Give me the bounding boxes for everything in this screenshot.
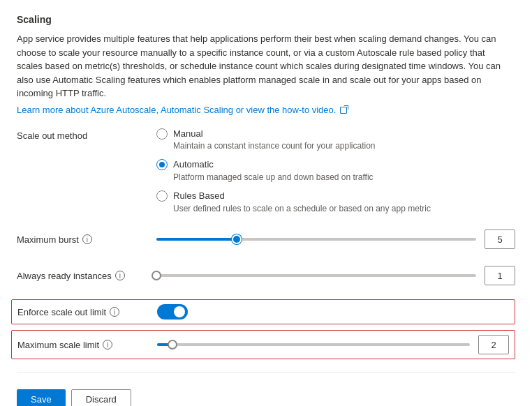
maximum-burst-row: Maximum burst i 5 [17,227,515,252]
always-ready-info-icon[interactable]: i [115,271,125,280]
maximum-scale-limit-content: 2 [157,335,509,354]
radio-manual-subtitle: Maintain a constant instance count for y… [173,140,376,152]
maximum-burst-content: 5 [156,230,515,249]
enforce-scale-info-icon[interactable]: i [110,307,119,317]
radio-option-manual[interactable]: Manual Maintain a constant instance coun… [156,128,431,152]
maximum-burst-slider[interactable] [156,238,476,241]
maximum-burst-label: Maximum burst i [17,234,156,245]
radio-option-automatic[interactable]: Automatic Platform managed scale up and … [156,158,431,183]
maximum-scale-limit-value: 2 [478,335,509,354]
toggle-thumb [174,306,185,317]
divider [17,372,515,373]
discard-button[interactable]: Discard [71,389,131,406]
radio-manual-title: Manual [173,128,376,140]
external-link-icon [340,107,347,114]
maximum-scale-info-icon[interactable]: i [103,340,112,349]
radio-rules-based[interactable] [156,190,168,202]
learn-more-link[interactable]: Learn more about Azure Autoscale, Automa… [17,105,347,115]
enforce-scale-out-limit-row: Enforce scale out limit i [11,299,515,324]
always-ready-slider[interactable] [156,274,476,277]
button-row: Save Discard [17,389,515,406]
radio-automatic-title: Automatic [173,158,374,171]
radio-automatic-subtitle: Platform managed scale up and down based… [173,172,374,183]
always-ready-content: 1 [156,266,515,285]
page-title: Scaling [17,14,515,25]
enforce-scale-out-limit-label: Enforce scale out limit i [17,307,157,317]
radio-option-rules-based[interactable]: Rules Based User defined rules to scale … [156,190,431,214]
enforce-scale-out-content [157,304,509,319]
radio-manual[interactable] [156,128,168,140]
radio-automatic[interactable] [156,159,168,170]
description-text: App service provides multiple features t… [17,32,505,100]
maximum-burst-value: 5 [485,230,515,249]
maximum-scale-limit-row: Maximum scale limit i 2 [11,330,515,359]
radio-rules-based-subtitle: User defined rules to scale on a schedul… [173,203,431,215]
maximum-burst-info-icon[interactable]: i [82,234,92,244]
save-button[interactable]: Save [17,389,66,406]
maximum-scale-limit-label: Maximum scale limit i [17,340,157,350]
maximum-scale-limit-slider[interactable] [157,343,470,346]
always-ready-instances-label: Always ready instances i [17,271,156,281]
always-ready-value: 1 [485,266,515,285]
radio-rules-based-title: Rules Based [173,190,431,202]
enforce-scale-out-toggle[interactable] [157,304,188,319]
always-ready-instances-row: Always ready instances i 1 [17,263,515,288]
scale-method-label: Scale out method [17,128,156,141]
scale-method-options: Manual Maintain a constant instance coun… [156,128,431,215]
